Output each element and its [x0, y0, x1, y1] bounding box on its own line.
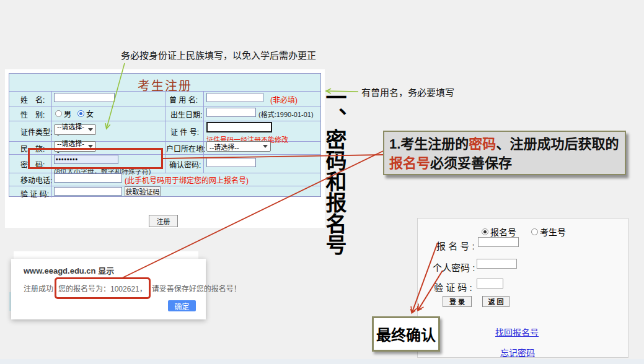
ethnicity-annotation: 务必按身份证上民族填写，以免入学后需办更正 — [121, 48, 316, 61]
dialog-body: 注册成功 您的报名号为：1002621， 请妥善保存好您的报名号！ — [24, 277, 241, 299]
confirm-password-label: 确认密码: — [169, 159, 201, 170]
login-panel: 报名号 考生号 报 名 号 : 个人密码 : 验 证 码 : 登 录 返 回 找… — [417, 218, 629, 358]
radio-selected-icon — [482, 228, 488, 235]
forgot-password-link[interactable]: 忘记密码 — [500, 346, 535, 358]
birth-note: (格式:1990-01-01) — [258, 109, 314, 119]
login-password-label: 个人密码 : — [433, 261, 475, 274]
login-captcha-input[interactable] — [477, 279, 503, 288]
name-label: 姓 名: — [20, 94, 45, 105]
id-no-input[interactable] — [206, 122, 272, 132]
registration-form-table: 考生注册 姓 名: 曾 用 名: (非必填) 性 别: 男 女 出生日期: (格… — [9, 73, 321, 197]
final-confirm-box: 最终确认 — [372, 316, 440, 352]
instruction-callout: 1.考生注册的密码、注册成功后获取的报名号必须妥善保存 — [383, 131, 626, 175]
confirm-password-input[interactable] — [206, 158, 256, 167]
form-title: 考生注册 — [9, 76, 320, 94]
radio-icon — [55, 110, 62, 117]
callout-text-regnumber: 报名号 — [389, 155, 430, 171]
former-name-note: (非必填) — [270, 94, 298, 105]
find-regnumber-link[interactable]: 找回报名号 — [495, 326, 539, 338]
gender-female-radio[interactable]: 女 — [77, 108, 94, 119]
callout-text: 必须妥善保存 — [430, 155, 512, 171]
callout-text: 、注册成功后获取的 — [496, 136, 619, 152]
mobile-note: (此手机号码用于绑定您的网上报名号) — [125, 175, 249, 185]
id-no-label: 证 件 号: — [170, 126, 199, 137]
residence-value: --请选择-- — [210, 142, 239, 152]
divider — [165, 91, 165, 173]
former-name-input[interactable] — [206, 93, 263, 102]
divider — [203, 91, 204, 173]
dialog-ok-button[interactable]: 确定 — [168, 300, 196, 311]
back-button[interactable]: 返 回 — [482, 296, 509, 307]
former-name-annotation: 有曾用名，务必要填写 — [361, 85, 454, 98]
mobile-label: 移动电话: — [20, 175, 52, 185]
register-button[interactable]: 注册 — [149, 215, 178, 227]
gender-female-label: 女 — [86, 108, 94, 119]
bottom-edge-band — [0, 359, 644, 364]
get-captcha-button[interactable]: 获取验证码 — [125, 186, 161, 196]
dialog-status: 注册成功 — [24, 283, 53, 293]
captcha-label: 验 证 码: — [20, 188, 49, 199]
radio-baominghao-label: 报名号 — [490, 225, 516, 238]
residence-label: 户口所在地: — [166, 143, 205, 154]
login-button[interactable]: 登 录 — [443, 296, 472, 307]
login-radio-baominghao[interactable]: 报名号 — [482, 225, 516, 238]
mobile-input[interactable] — [54, 173, 122, 183]
radio-kaoshenghao-label: 考生号 — [540, 225, 566, 238]
login-captcha-label: 验 证 码 : — [434, 280, 472, 293]
birth-label: 出生日期: — [170, 109, 202, 119]
login-password-input[interactable] — [477, 259, 517, 269]
radio-selected-icon — [77, 110, 84, 117]
slide-canvas: 务必按身份证上民族填写，以免入学后需办更正 考生注册 姓 名: 曾 用 名: (… — [0, 0, 644, 364]
dialog-title: www.eeagd.edu.cn 显示 — [24, 264, 114, 276]
birth-input[interactable] — [206, 108, 256, 117]
dropdown-arrow-icon — [88, 128, 93, 131]
password-highlight-rect — [28, 148, 163, 169]
id-type-select[interactable]: --请选择-- — [54, 124, 96, 135]
id-type-label: 证件类型: — [20, 126, 52, 137]
callout-text-password: 密码 — [469, 136, 496, 152]
former-name-label: 曾 用 名: — [169, 94, 198, 105]
dialog-suffix: 请妥善保存好您的报名号！ — [152, 283, 241, 293]
captcha-input[interactable] — [54, 187, 122, 196]
login-baominghao-label: 报 名 号 : — [436, 239, 475, 252]
name-input[interactable] — [54, 93, 115, 102]
callout-text: 1.考生注册的 — [389, 136, 469, 152]
section-title-vertical: 一、密码和报名号 — [321, 87, 348, 266]
gender-male-label: 男 — [64, 108, 71, 119]
login-baominghao-input[interactable] — [478, 237, 519, 247]
gender-male-radio[interactable]: 男 — [55, 108, 71, 119]
alert-dialog: www.eeagd.edu.cn 显示 注册成功 您的报名号为：1002621，… — [11, 259, 206, 319]
regnumber-highlight-rect: 您的报名号为：1002621， — [55, 277, 151, 299]
login-radio-kaoshenghao[interactable]: 考生号 — [531, 225, 566, 238]
residence-select[interactable]: --请选择-- — [206, 141, 271, 152]
divider — [9, 186, 320, 186]
id-type-value: --请选择-- — [57, 121, 84, 139]
dropdown-arrow-icon — [263, 145, 268, 148]
radio-icon — [531, 228, 538, 235]
gender-label: 性 别: — [20, 109, 45, 119]
